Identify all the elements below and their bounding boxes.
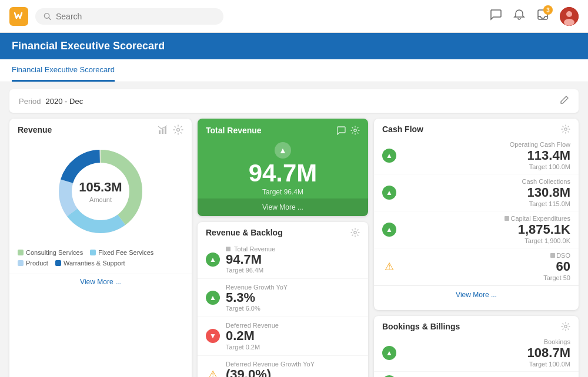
svg-point-20 xyxy=(564,128,567,130)
legend-warranties-label: Warranties & Support xyxy=(64,260,125,267)
bb-metric-value-0: 108.7M xyxy=(402,345,570,361)
inbox-icon[interactable]: 3 xyxy=(536,8,549,24)
search-bar[interactable] xyxy=(35,8,223,25)
cf-metric-row-1: ▲ Cash Collections 130.8M Target 115.0M xyxy=(374,174,579,211)
legend-warranties: Warranties & Support xyxy=(55,260,125,267)
chat-icon[interactable] xyxy=(489,8,502,24)
cash-flow-view-more[interactable]: View More ... xyxy=(374,285,579,304)
search-input[interactable] xyxy=(56,12,215,21)
total-revenue-amount: 94.7M xyxy=(249,161,318,186)
donut-container: 105.3M Amount xyxy=(9,139,192,244)
revenue-view-more[interactable]: View More ... xyxy=(9,274,192,290)
bell-icon[interactable] xyxy=(513,8,526,24)
svg-point-19 xyxy=(354,231,356,234)
rb-metric-row-3: ⚠ Deferred Revenue Growth YoY (39.0%) Ta… xyxy=(198,356,368,377)
rb-metric-info-2: Deferred Revenue 0.2M Target 0.2M xyxy=(226,322,360,350)
gear-icon[interactable] xyxy=(173,124,183,135)
rb-metric-row-1: ▲ Revenue Growth YoY 5.3% Target 6.0% xyxy=(198,279,368,317)
cf-metric-row-0: ▲ Operating Cash Flow 113.4M Target 100.… xyxy=(374,137,579,174)
rb-metric-row-2: ▼ Deferred Revenue 0.2M Target 0.2M xyxy=(198,317,368,355)
cf-metric-target-2: Target 1,900.0K xyxy=(402,237,570,244)
rb-metric-icon-0: ▲ xyxy=(206,253,220,267)
logo[interactable] xyxy=(9,7,28,26)
period-label: Period xyxy=(19,97,41,106)
revenue-backlog-metrics: ▲ Total Revenue 94.7M Target 96.4M ▲ Rev… xyxy=(198,241,368,377)
main-content: Period 2020 - Dec Revenue xyxy=(0,82,588,377)
rb-metric-category-3: Deferred Revenue Growth YoY xyxy=(226,361,360,368)
legend-consulting-label: Consulting Services xyxy=(26,249,83,256)
legend-product: Product xyxy=(18,260,48,267)
avatar[interactable] xyxy=(560,7,579,26)
up-arrow-icon: ▲ xyxy=(382,186,396,200)
cash-flow-header: Cash Flow xyxy=(374,119,579,137)
up-arrow-icon: ▲ xyxy=(382,346,396,360)
gear-small-icon[interactable] xyxy=(350,126,360,135)
svg-rect-6 xyxy=(159,130,161,134)
rb-metric-value-2: 0.2M xyxy=(226,329,360,343)
up-arrow-icon: ▲ xyxy=(382,149,396,163)
rb-metric-target-0: Target 96.4M xyxy=(226,267,360,274)
cf-metric-icon-3: ⚠ xyxy=(382,260,396,274)
cf-metric-row-2: ▲ Capital Expenditures 1,875.1K Target 1… xyxy=(374,211,579,248)
cf-metric-value-3: 60 xyxy=(402,259,570,274)
svg-rect-7 xyxy=(162,129,163,134)
cf-metric-value-2: 1,875.1K xyxy=(402,222,570,237)
bb-metric-info-0: Bookings 108.7M Target 100.0M xyxy=(402,338,570,368)
cf-metric-value-1: 130.8M xyxy=(402,185,570,200)
cf-gear-icon[interactable] xyxy=(561,124,570,134)
rb-metric-target-1: Target 6.0% xyxy=(226,305,360,312)
chart-icon[interactable] xyxy=(158,124,168,135)
svg-point-12 xyxy=(177,129,180,132)
total-revenue-icons[interactable] xyxy=(336,126,360,135)
cf-metric-icon-0: ▲ xyxy=(382,149,396,163)
center-column: Total Revenue ▲ 94.7M Target 96. xyxy=(198,119,368,377)
period-value: 2020 - Dec xyxy=(46,97,83,106)
warning-icon: ⚠ xyxy=(206,368,220,377)
bb-metric-row-1: ▲ Cash % of Bookings xyxy=(374,372,579,377)
cf-metric-info-2: Capital Expenditures 1,875.1K Target 1,9… xyxy=(402,215,570,244)
chat-small-icon[interactable] xyxy=(336,126,346,135)
total-revenue-view-more[interactable]: View More ... xyxy=(198,198,368,216)
cf-metric-target-0: Target 100.0M xyxy=(402,163,570,170)
cf-metric-target-1: Target 115.0M xyxy=(402,200,570,207)
tab-financial-executive-scorecard[interactable]: Financial Executive Scorecard xyxy=(12,59,115,82)
bookings-billings-header: Bookings & Billings xyxy=(374,316,579,335)
inbox-badge: 3 xyxy=(543,5,553,15)
tab-bar: Financial Executive Scorecard xyxy=(0,59,588,82)
cash-flow-icons[interactable] xyxy=(561,124,570,134)
edit-icon[interactable] xyxy=(560,95,569,107)
revenue-card-icons[interactable] xyxy=(158,124,183,135)
svg-point-5 xyxy=(564,19,574,26)
legend-fixed-label: Fixed Fee Services xyxy=(98,249,153,256)
svg-point-18 xyxy=(354,129,356,132)
total-revenue-header: Total Revenue xyxy=(198,119,368,137)
bb-metric-target-0: Target 100.0M xyxy=(402,361,570,368)
rb-metric-info-0: Total Revenue 94.7M Target 96.4M xyxy=(226,245,360,274)
bookings-billings-metrics: ▲ Bookings 108.7M Target 100.0M ▲ Cash %… xyxy=(374,335,579,377)
cards-row: Revenue xyxy=(9,119,579,377)
down-arrow-icon: ▼ xyxy=(206,329,220,343)
revenue-backlog-icons[interactable] xyxy=(350,228,360,237)
svg-line-1 xyxy=(49,18,51,19)
svg-line-10 xyxy=(161,127,164,129)
legend-product-label: Product xyxy=(26,260,48,267)
rb-metric-icon-1: ▲ xyxy=(206,291,220,305)
rb-metric-value-3: (39.0%) xyxy=(226,368,360,377)
cf-metric-info-3: DSO 60 Target 50 xyxy=(402,252,570,281)
cf-metric-info-1: Cash Collections 130.8M Target 115.0M xyxy=(402,178,570,207)
period-row: Period 2020 - Dec xyxy=(9,89,579,113)
cf-metric-row-3: ⚠ DSO 60 Target 50 xyxy=(374,248,579,285)
cf-metric-info-0: Operating Cash Flow 113.4M Target 100.0M xyxy=(402,141,570,170)
bb-metric-label-0: Bookings xyxy=(402,338,570,345)
total-revenue-body: ▲ 94.7M Target 96.4M xyxy=(198,137,368,198)
bb-gear-icon[interactable] xyxy=(561,322,570,331)
total-revenue-arrow-icon: ▲ xyxy=(275,142,291,159)
backlog-gear-icon[interactable] xyxy=(350,228,360,237)
rb-metric-icon-2: ▼ xyxy=(206,329,220,343)
page-title: Financial Executive Scorecard xyxy=(12,40,576,52)
bookings-billings-icons[interactable] xyxy=(561,322,570,331)
rb-metric-value-0: 94.7M xyxy=(226,253,360,267)
up-arrow-icon: ▲ xyxy=(382,223,396,237)
warning-icon: ⚠ xyxy=(382,260,396,274)
bookings-billings-title: Bookings & Billings xyxy=(382,322,460,331)
